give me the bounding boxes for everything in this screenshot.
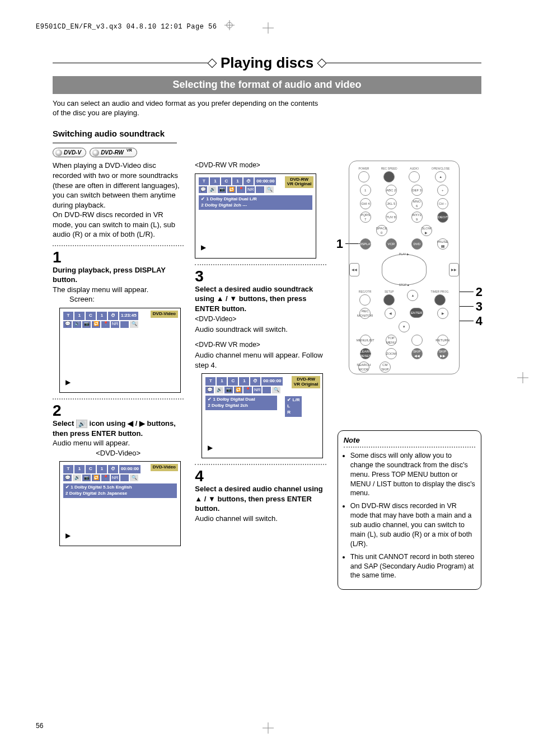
step-1-screen-label: Screen: bbox=[53, 294, 184, 304]
num-9-button-icon: WXYZ 9 bbox=[411, 212, 423, 223]
remote-label: POWER bbox=[359, 167, 369, 171]
search-icon: 🔍 bbox=[272, 387, 280, 393]
osd-vr-top: T 1 C 1 ⏱ 00:00:00 💬 🔊 📷 🔁 📍 NR bbox=[195, 173, 316, 259]
ch-down-button-icon: CH − bbox=[437, 198, 448, 209]
crop-mark-icon bbox=[517, 372, 528, 383]
rew-button-icon: ◀◀ bbox=[349, 263, 359, 276]
nr-icon: NR bbox=[253, 387, 261, 393]
power-button-icon bbox=[358, 171, 369, 182]
osd-cell: 1:23:45 bbox=[119, 312, 138, 320]
osd-cell: T bbox=[63, 312, 73, 320]
audio-icon: 🔊 bbox=[208, 186, 217, 193]
printer-header: E9501CD_EN/FR_v3.qx3 04.8.10 12:01 Page … bbox=[36, 20, 498, 33]
disc-icon bbox=[92, 149, 99, 156]
audio-button-icon bbox=[409, 171, 420, 182]
osd-cell: 1 bbox=[239, 377, 249, 386]
left-paragraph: When playing a DVD-Video disc recorded w… bbox=[53, 161, 184, 239]
osd-list-row: 2 Dolby Digital 2ch --- bbox=[201, 203, 310, 209]
registration-mark-icon bbox=[224, 20, 235, 33]
osd-cell: 1 bbox=[97, 312, 107, 320]
step-4-text: Audio channel will switch. bbox=[195, 514, 326, 524]
intro-text: You can select an audio and video format… bbox=[53, 98, 321, 118]
callout-line bbox=[459, 321, 474, 321]
page-number: 56 bbox=[36, 721, 43, 730]
section-title-row: Playing discs bbox=[53, 53, 481, 73]
osd-list-row: 2 Dolby Digital 2ch bbox=[208, 403, 275, 409]
sub-banner: Selecting the format of audio and video bbox=[53, 76, 481, 93]
osd-cell: C bbox=[86, 465, 96, 473]
osd-cell: ⏱ bbox=[108, 312, 118, 320]
step-4-number: 4 bbox=[195, 468, 326, 484]
rule-left-icon bbox=[53, 63, 213, 63]
sub-heading: Switching audio soundtrack bbox=[53, 128, 481, 139]
step2-pre: Select bbox=[53, 419, 76, 428]
step-2-text: Audio menu will appear. bbox=[53, 438, 184, 448]
dotted-separator bbox=[344, 447, 475, 448]
osd-list-row: ✔ 1 Dolby Digital Dual bbox=[208, 397, 275, 403]
num-8-button-icon: TUV 8 bbox=[386, 212, 397, 223]
menu-list-button-icon: MENU/LIST bbox=[360, 335, 371, 346]
num-5-button-icon: JKL 5 bbox=[386, 198, 397, 209]
search-icon: 🔍 bbox=[130, 475, 138, 481]
osd-list-row: ✔ 1 Dolby Digital Dual L/R bbox=[201, 196, 310, 203]
callout-line bbox=[459, 292, 474, 292]
blank-button-icon bbox=[411, 335, 423, 346]
step3-text1: Audio soundtrack will switch. bbox=[195, 325, 326, 335]
subtitle-icon: 💬 bbox=[63, 475, 72, 481]
down-button-icon: ▼ bbox=[399, 321, 410, 332]
search-icon: 🔍 bbox=[265, 186, 274, 193]
zoom-button-icon: ZOOM bbox=[386, 348, 397, 359]
stop-label: STOP ■ bbox=[399, 283, 409, 287]
rec-monitor-button-icon: REC MONITOR bbox=[359, 308, 371, 319]
osd-cell: 00:00:00 bbox=[255, 177, 276, 186]
osd-cell: ⏱ bbox=[250, 377, 260, 386]
rec-speed-button-icon bbox=[383, 171, 395, 182]
step3-mode1: <DVD-Video> bbox=[195, 314, 326, 323]
right-button-icon: ▶ bbox=[437, 308, 448, 319]
disc-icon bbox=[55, 149, 62, 156]
step-1-instruction: During playback, press DISPLAY button. bbox=[53, 265, 184, 285]
dotted-separator bbox=[195, 464, 326, 465]
step3-text2: Audio channel menu will appear. Follow s… bbox=[195, 350, 326, 370]
remote-label: REC/OTR bbox=[359, 290, 372, 294]
subtitle-icon: 💬 bbox=[63, 321, 72, 328]
osd-list: ✔ 1 Dolby Digital Dual 2 Dolby Digital 2… bbox=[205, 396, 277, 410]
osd-side-tag: DVD-RW VR Original bbox=[285, 176, 314, 189]
display-button-icon: DISPLAY bbox=[360, 238, 371, 250]
open-close-button-icon: ▲ bbox=[435, 171, 446, 182]
osd-side-tag: DVD-Video bbox=[151, 464, 178, 471]
ff-button-icon: ▶▶ bbox=[449, 263, 459, 276]
subtitle-icon: 💬 bbox=[205, 387, 214, 393]
note-box: Note Some discs will only allow you to c… bbox=[338, 430, 481, 590]
blank-icon bbox=[263, 387, 271, 393]
osd-list-row: ✔ 1 Dolby Digital 5.1ch English bbox=[65, 485, 175, 491]
dvd-rw-vr-badge: DVD-RW VR bbox=[90, 148, 137, 158]
repeat-icon: 🔁 bbox=[92, 321, 100, 328]
marker-icon: 📍 bbox=[237, 186, 245, 193]
osd-list-row: 2 Dolby Digital 2ch Japanese bbox=[65, 491, 175, 497]
crop-mark-icon bbox=[263, 722, 274, 734]
osd-cell: C bbox=[221, 177, 231, 186]
enter-button-icon: ENTER bbox=[410, 308, 423, 318]
play-icon: ▶ bbox=[208, 443, 213, 452]
osd-cell: ⏱ bbox=[108, 465, 118, 473]
column-2: <DVD-RW VR mode> T 1 C 1 ⏱ 00:00:00 💬 🔊 bbox=[195, 161, 326, 590]
nav-ring-icon: PLAY ▶ STOP ■ bbox=[382, 254, 427, 285]
osd-cell: 1 bbox=[232, 177, 242, 186]
step3-mode2: <DVD-RW VR mode> bbox=[195, 340, 326, 349]
speaker-icon: 🔊 bbox=[76, 420, 87, 429]
underline bbox=[53, 143, 177, 143]
callout-1: 1 bbox=[336, 236, 343, 252]
osd-cell: T bbox=[199, 177, 209, 186]
osd-cell: C bbox=[86, 312, 96, 320]
note-item: This unit CANNOT record in both stereo a… bbox=[350, 552, 475, 581]
slow-button-icon: SLOW ▶ bbox=[421, 225, 432, 236]
audio-icon: 🔊 bbox=[215, 387, 223, 393]
num-6-button-icon: MNO 6 bbox=[411, 198, 423, 209]
badge-label: DVD-V bbox=[64, 149, 81, 157]
osd-list: ✔ 1 Dolby Digital Dual L/R 2 Dolby Digit… bbox=[199, 195, 312, 210]
step-3-instruction: Select a desired audio soundtrack using … bbox=[195, 284, 326, 314]
marker-icon: 📍 bbox=[101, 321, 110, 328]
skip-fwd-button-icon: SKIP ▶▶ bbox=[437, 348, 448, 359]
skip-back-button-icon: SKIP ◀◀ bbox=[411, 348, 423, 359]
